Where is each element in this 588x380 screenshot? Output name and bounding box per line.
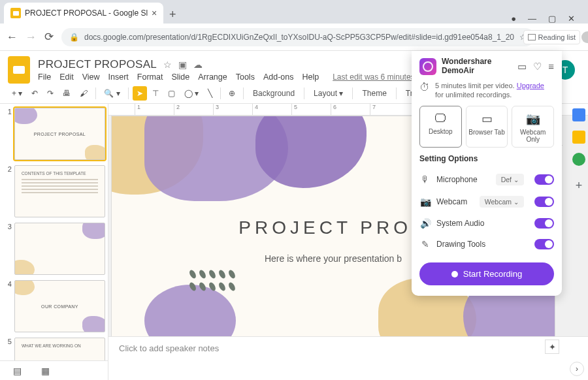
desktop-icon: 🖵 (421, 112, 460, 125)
browser-chrome: PROJECT PROPOSAL - Google Sl × + ● — ▢ ✕… (0, 0, 588, 51)
demoair-brand: WondershareDemoAir (442, 57, 491, 76)
close-window-button[interactable]: ✕ (568, 14, 575, 24)
tab-title: PROJECT PROPOSAL - Google Sl (25, 8, 148, 18)
microphone-icon: 🎙 (419, 174, 431, 185)
browser-tab-icon: ▭ (468, 112, 506, 126)
reading-list-button[interactable]: Reading list (523, 30, 580, 44)
webcam-toggle[interactable] (534, 197, 554, 207)
maximize-button[interactable]: ▢ (548, 14, 556, 24)
comment-button[interactable]: ⊕ (225, 86, 239, 101)
redo-button[interactable]: ↷ (43, 86, 57, 101)
option-microphone: 🎙 Microphone Def (419, 168, 554, 191)
back-button[interactable]: ← (7, 31, 18, 44)
zoom-button[interactable]: 🔍 ▾ (100, 86, 123, 101)
address-bar[interactable]: 🔒 docs.google.com/presentation/d/1RgECDI… (61, 28, 534, 46)
option-system-audio: 🔊 System Audio (419, 213, 554, 234)
menu-tools[interactable]: Tools (236, 72, 255, 82)
start-recording-button[interactable]: Start Recording (419, 262, 554, 285)
tab-strip: PROJECT PROPOSAL - Google Sl × + ● — ▢ ✕ (0, 0, 588, 24)
grid-view-icon[interactable]: ▦ (41, 366, 50, 376)
speaker-notes[interactable]: Click to add speaker notes (108, 336, 588, 361)
reload-button[interactable]: ⟳ (44, 30, 54, 44)
slides-logo-icon[interactable] (8, 56, 30, 84)
drawing-tools-toggle[interactable] (534, 239, 554, 249)
panel-menu-icon[interactable]: ≡ (548, 61, 554, 72)
filmstrip-view-icon[interactable]: ▤ (13, 366, 22, 376)
browser-tab[interactable]: PROJECT PROPOSAL - Google Sl × (4, 3, 163, 24)
menu-insert[interactable]: Insert (108, 72, 129, 82)
cloud-status-icon[interactable]: ☁ (193, 59, 203, 70)
microphone-toggle[interactable] (534, 174, 554, 185)
move-folder-icon[interactable]: ▣ (178, 59, 187, 70)
tab-close-icon[interactable]: × (152, 8, 157, 18)
pencil-icon: ✎ (419, 239, 431, 249)
view-mode-bar: ▤ ▦ (0, 360, 108, 380)
image-tool[interactable]: ▢ (164, 86, 179, 101)
window-controls: ● — ▢ ✕ (511, 10, 584, 24)
demoair-logo-icon (419, 58, 436, 75)
paint-format-button[interactable]: 🖌 (76, 86, 91, 101)
minimize-button[interactable]: — (528, 14, 536, 24)
menu-format[interactable]: Format (137, 72, 163, 82)
menu-view[interactable]: View (82, 72, 100, 82)
limit-text: 5 minutes limit per video. Upgrade for u… (435, 81, 554, 100)
menu-addons[interactable]: Add-ons (263, 72, 294, 82)
layout-button[interactable]: Layout ▾ (308, 86, 348, 101)
option-webcam: 📷 Webcam Webcam (419, 191, 554, 213)
mode-browser-tab[interactable]: ▭Browser Tab (466, 106, 508, 148)
thumbnail-panel[interactable]: 1 PROJECT PROPOSAL 2 CONTENTS OF THIS TE… (0, 104, 108, 361)
star-icon[interactable]: ☆ (163, 59, 172, 70)
settings-title: Setting Options (419, 154, 554, 163)
library-icon[interactable]: ▭ (517, 61, 527, 72)
url-text: docs.google.com/presentation/d/1RgECDIXU… (84, 33, 514, 42)
microphone-dropdown[interactable]: Def (496, 174, 524, 185)
mode-desktop[interactable]: 🖵Desktop (419, 106, 462, 148)
slides-favicon (10, 8, 21, 18)
addons-plus-icon[interactable]: + (576, 179, 583, 193)
menu-help[interactable]: Help (302, 72, 319, 82)
undo-button[interactable]: ↶ (27, 86, 42, 101)
system-audio-toggle[interactable] (534, 218, 554, 229)
upgrade-link[interactable]: Upgrade (517, 82, 544, 89)
notifications-icon[interactable]: ♡ (533, 61, 542, 72)
background-button[interactable]: Background (248, 86, 300, 101)
speaker-icon: 🔊 (419, 218, 431, 229)
option-drawing-tools: ✎ Drawing Tools (419, 234, 554, 255)
menu-slide[interactable]: Slide (171, 72, 189, 82)
explore-gear-icon[interactable]: ✦ (545, 340, 559, 354)
mode-webcam-only[interactable]: 📷Webcam Only (512, 106, 554, 148)
menu-arrange[interactable]: Arrange (198, 72, 227, 82)
textbox-tool[interactable]: ⊤ (148, 86, 163, 101)
webcam-option-icon: 📷 (419, 197, 431, 207)
slide-thumb-3[interactable] (14, 223, 105, 275)
record-indicator-icon: ● (511, 14, 516, 24)
new-tab-button[interactable]: + (163, 5, 182, 24)
slide-thumb-4[interactable]: OUR COMPANY (14, 280, 105, 332)
select-tool[interactable]: ➤ (133, 86, 147, 101)
calendar-icon[interactable] (572, 108, 585, 121)
shape-tool[interactable]: ◯ ▾ (180, 86, 203, 101)
webcam-dropdown[interactable]: Webcam (480, 196, 524, 208)
forward-button[interactable]: → (25, 31, 37, 44)
slide-thumb-5[interactable]: WHAT WE ARE WORKING ON (14, 338, 105, 361)
menu-bar: File Edit View Insert Format Slide Arran… (38, 72, 430, 82)
line-tool[interactable]: ╲ (204, 86, 216, 101)
document-title[interactable]: PROJECT PROPOSAL (38, 58, 157, 71)
keep-icon[interactable] (572, 131, 585, 144)
tasks-icon[interactable] (572, 153, 585, 166)
print-button[interactable]: 🖶 (59, 86, 74, 101)
menu-file[interactable]: File (38, 72, 51, 82)
slides-app: PROJECT PROPOSAL ☆ ▣ ☁ File Edit View In… (0, 51, 588, 380)
slide-thumb-2[interactable]: CONTENTS OF THIS TEMPLATE (14, 165, 105, 217)
address-row: ← → ⟳ 🔒 docs.google.com/presentation/d/1… (0, 24, 588, 51)
profile-icon[interactable] (581, 31, 588, 43)
show-side-panel-icon[interactable]: › (570, 362, 584, 376)
theme-button[interactable]: Theme (357, 86, 391, 101)
slide-thumb-1[interactable]: PROJECT PROPOSAL (14, 108, 105, 160)
demoair-panel: WondershareDemoAir ▭ ♡ ≡ ⏱ 5 minutes lim… (412, 51, 562, 296)
timer-icon: ⏱ (419, 81, 430, 100)
menu-edit[interactable]: Edit (59, 72, 74, 82)
new-slide-button[interactable]: + ▾ (8, 86, 26, 101)
lock-icon: 🔒 (69, 33, 79, 42)
webcam-icon: 📷 (514, 112, 552, 126)
